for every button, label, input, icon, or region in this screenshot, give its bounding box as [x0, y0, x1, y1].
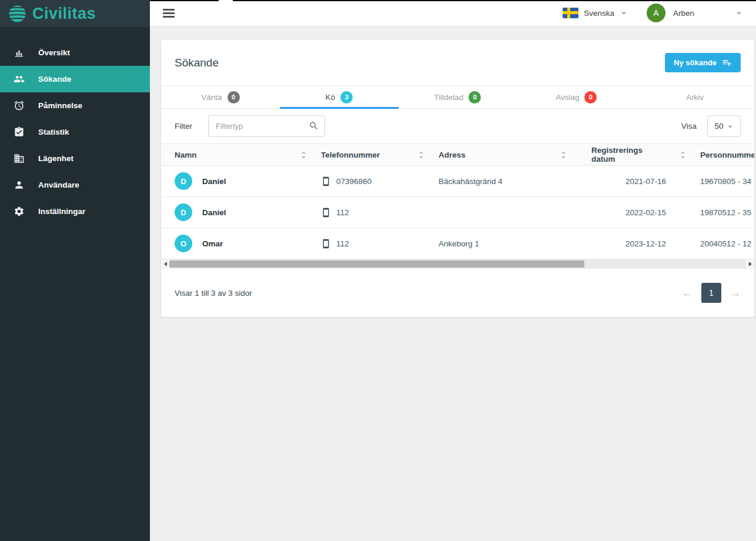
sidebar-item-label: Påminnelse: [38, 101, 82, 110]
topbar: Svenska A Arben: [150, 0, 756, 26]
scrollbar-thumb[interactable]: [169, 261, 584, 268]
playlist-add-icon: [722, 58, 732, 68]
sidebar-item-label: Lägenhet: [38, 154, 73, 163]
tab-avslag[interactable]: Avslag 0: [517, 86, 635, 108]
sidebar-item-statistik[interactable]: Statistik: [0, 119, 150, 145]
applicant-name: Daniel: [202, 177, 226, 186]
bar-chart-icon: [14, 47, 25, 58]
applicant-phone: 112: [336, 239, 349, 248]
page-size-label: Visa: [681, 122, 697, 131]
sort-icon[interactable]: [559, 151, 568, 159]
previous-page-arrow[interactable]: ←: [682, 287, 693, 299]
column-header-personnummer[interactable]: Personnummer: [700, 151, 754, 159]
applicant-personnummer: 19870512 - 35: [700, 208, 754, 217]
sidebar-item-anvandare[interactable]: Användare: [0, 172, 150, 198]
sidebar-item-label: Användare: [38, 181, 79, 189]
applicants-table: Namn Telefonnummer Adress Registrer: [161, 143, 754, 259]
sort-icon[interactable]: [299, 151, 308, 159]
table-row[interactable]: D Daniel 07396860 Bäckahästgränd 4 2021-…: [161, 166, 754, 197]
filter-toolbar: Filter Visa 50: [161, 109, 754, 143]
applicant-avatar: D: [175, 172, 192, 190]
phone-icon: [321, 239, 331, 249]
people-icon: [14, 74, 25, 85]
chevron-down-icon: [727, 123, 734, 130]
scroll-right-arrow[interactable]: [746, 259, 754, 269]
applicant-registration-date: 2023-12-12: [591, 239, 700, 248]
tab-tilldelad[interactable]: Tilldelad 0: [399, 86, 517, 108]
tab-badge: 0: [584, 91, 597, 103]
sidebar-item-label: Översikt: [38, 48, 70, 57]
next-page-arrow[interactable]: →: [730, 287, 741, 299]
new-applicant-label: Ny sökande: [674, 58, 717, 67]
table-row[interactable]: D Daniel 112 2022-02-15 19870512 - 35: [161, 197, 754, 228]
sidebar-item-label: Statistik: [38, 128, 69, 136]
content: Sökande Ny sökande Vänta 0 Kö 3 Tilldela…: [150, 26, 756, 317]
user-menu[interactable]: A Arben: [647, 4, 743, 22]
tab-label: Arkiv: [686, 93, 704, 102]
person-icon: [14, 179, 25, 191]
sidebar-menu: Översikt Sökande Påminnelse Statistik Lä…: [0, 39, 150, 225]
sort-icon[interactable]: [417, 151, 426, 159]
filter-input[interactable]: [208, 115, 325, 137]
sidebar: Civilitas Översikt Sökande Påminnelse St…: [0, 0, 150, 541]
page-number-button[interactable]: 1: [701, 283, 721, 303]
building-icon: [14, 153, 25, 164]
applicant-phone: 07396860: [336, 177, 372, 186]
language-selector[interactable]: Svenska: [563, 8, 628, 18]
status-tabs: Vänta 0 Kö 3 Tilldelad 0 Avslag 0 Arkiv: [161, 85, 754, 109]
sidebar-item-lagenhet[interactable]: Lägenhet: [0, 145, 150, 172]
applicant-registration-date: 2022-02-15: [591, 208, 700, 217]
column-header-telefonnummer[interactable]: Telefonnummer: [321, 151, 439, 159]
table-header-row: Namn Telefonnummer Adress Registrer: [161, 143, 754, 166]
sidebar-item-oversikt[interactable]: Översikt: [0, 39, 150, 66]
search-icon: [309, 121, 319, 131]
tab-vanta[interactable]: Vänta 0: [161, 86, 280, 108]
column-header-adress[interactable]: Adress: [439, 151, 591, 159]
card-header: Sökande Ny sökande: [161, 40, 754, 85]
alarm-clock-icon: [14, 100, 25, 111]
sidebar-item-sokande[interactable]: Sökande: [0, 66, 150, 92]
page-title: Sökande: [175, 56, 219, 69]
new-applicant-button[interactable]: Ny sökande: [665, 53, 741, 72]
phone-icon: [321, 208, 331, 218]
pagination-summary: Visar 1 till 3 av 3 sidor: [175, 289, 252, 298]
sidebar-item-paminnelse[interactable]: Påminnelse: [0, 92, 150, 119]
chevron-down-icon: [735, 9, 743, 17]
sidebar-item-installningar[interactable]: Inställningar: [0, 198, 150, 225]
applicant-personnummer: 20040512 - 12: [700, 239, 754, 248]
card-footer: Visar 1 till 3 av 3 sidor ← 1 →: [161, 269, 754, 317]
applicant-personnummer: 19670805 - 34: [700, 177, 754, 186]
sort-icon[interactable]: [678, 151, 687, 159]
hamburger-menu-icon[interactable]: [163, 9, 175, 18]
filter-label: Filter: [175, 122, 192, 131]
applicant-address: Ankeborg 1: [439, 239, 591, 248]
column-header-namn[interactable]: Namn: [161, 151, 321, 159]
applicant-avatar: D: [175, 203, 192, 221]
brand-logo[interactable]: Civilitas: [0, 0, 150, 27]
page-size-value: 50: [714, 122, 723, 131]
page-size-select[interactable]: 50: [707, 115, 741, 137]
table-row[interactable]: O Omar 112 Ankeborg 1 2023-12-12 2004051…: [161, 228, 754, 259]
tab-label: Kö: [325, 93, 335, 102]
horizontal-scrollbar: [161, 259, 754, 269]
table-scroll-viewport: Namn Telefonnummer Adress Registrer: [161, 143, 754, 259]
chevron-down-icon: [620, 9, 628, 17]
top-border-strip: [150, 0, 756, 1]
tab-badge: 0: [469, 91, 481, 103]
tab-arkiv[interactable]: Arkiv: [635, 86, 754, 108]
applicant-name: Daniel: [202, 208, 226, 217]
brand-name: Civilitas: [32, 5, 96, 23]
scroll-left-arrow[interactable]: [161, 259, 169, 269]
column-header-registrerings-datum[interactable]: Registrerings datum: [591, 146, 700, 163]
sidebar-item-label: Inställningar: [38, 207, 85, 216]
scrollbar-track[interactable]: [169, 259, 746, 269]
tab-label: Tilldelad: [434, 93, 464, 102]
tab-badge: 3: [340, 91, 353, 103]
gear-icon: [14, 206, 25, 217]
user-name: Arben: [673, 9, 694, 18]
tab-ko[interactable]: Kö 3: [280, 86, 399, 108]
tab-label: Vänta: [201, 93, 222, 102]
phone-icon: [321, 176, 331, 186]
tab-label: Avslag: [556, 93, 579, 102]
language-label: Svenska: [584, 9, 614, 18]
